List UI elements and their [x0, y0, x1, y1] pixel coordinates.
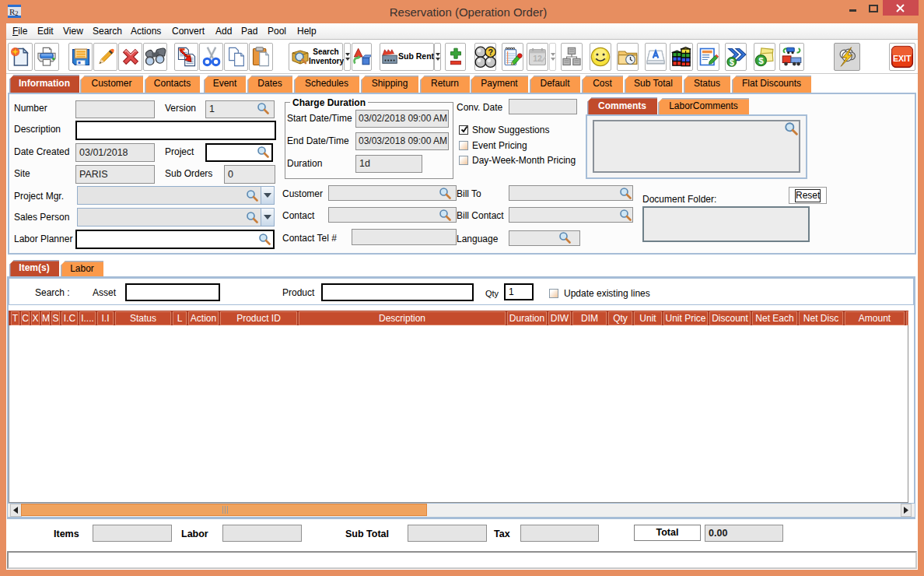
svg-text:$: $ [758, 55, 764, 65]
svg-text:?: ? [488, 47, 493, 57]
svg-text:12: 12 [533, 54, 542, 63]
svg-text:EXIT: EXIT [893, 54, 912, 63]
svg-text:$: $ [730, 58, 734, 67]
